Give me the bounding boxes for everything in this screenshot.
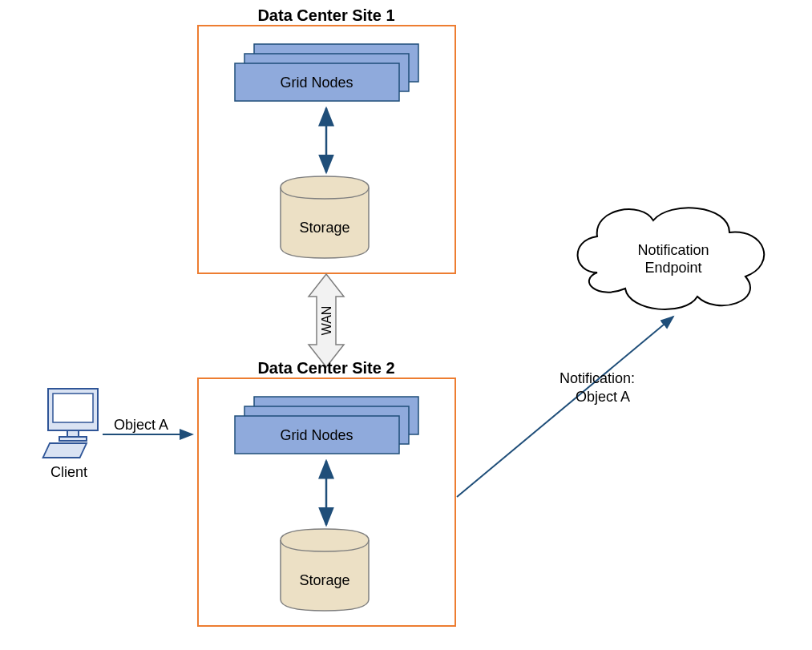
svg-rect-9 (59, 437, 87, 441)
wan-arrow: WAN (309, 274, 344, 367)
svg-rect-7 (53, 394, 93, 422)
cloud-group: Notification Endpoint (578, 208, 765, 309)
notification-line1: Notification: (560, 370, 635, 386)
site1-grid-nodes: Grid Nodes (235, 44, 418, 101)
cloud-line1: Notification (637, 242, 709, 258)
site2-group: Data Center Site 2 Grid Nodes Storage (198, 359, 455, 626)
site2-node-label: Grid Nodes (280, 427, 353, 443)
site1-storage-label: Storage (299, 220, 349, 236)
site2-storage: Storage (281, 529, 369, 611)
svg-rect-8 (67, 430, 79, 437)
svg-rect-10 (43, 443, 87, 458)
site2-storage-label: Storage (299, 572, 349, 588)
site2-title: Data Center Site 2 (257, 359, 394, 377)
site1-node-label: Grid Nodes (280, 75, 353, 91)
site1-storage: Storage (281, 176, 369, 258)
client-label: Client (50, 464, 87, 480)
cloud-line2: Endpoint (644, 260, 701, 276)
site2-grid-nodes: Grid Nodes (235, 397, 418, 454)
client-object-label: Object A (114, 417, 168, 433)
architecture-diagram: Data Center Site 1 Grid Nodes Storage WA… (0, 0, 812, 650)
notification-arrow (457, 317, 673, 497)
client-group: Client (43, 389, 98, 480)
notification-line2: Object A (576, 389, 630, 405)
site1-title: Data Center Site 1 (257, 6, 394, 24)
wan-label: WAN (320, 306, 333, 336)
site1-group: Data Center Site 1 Grid Nodes Storage (198, 6, 455, 273)
